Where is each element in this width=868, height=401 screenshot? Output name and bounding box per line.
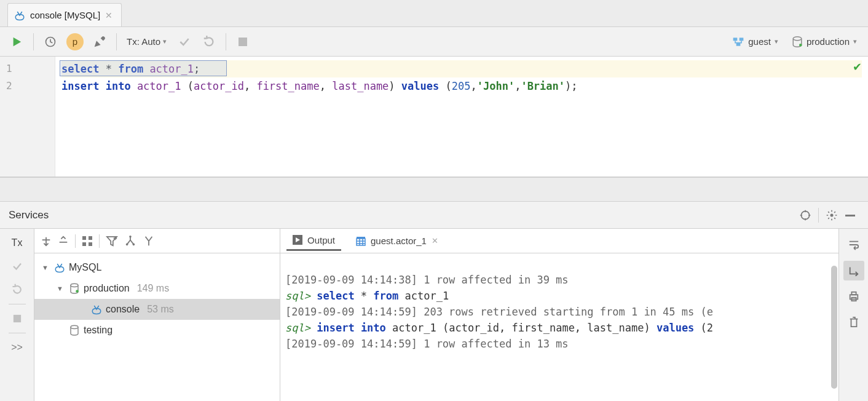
- separator: [116, 33, 117, 50]
- svg-point-20: [71, 325, 78, 328]
- query-toolbar: p Tx: Auto ▾ guest ▾ production ▾: [0, 27, 868, 57]
- svg-point-15: [129, 236, 132, 238]
- editor-tab-label: console [MySQL]: [30, 10, 100, 20]
- chevron-down-icon: ▼: [42, 264, 50, 271]
- output-tabs: Output guest.actor_1 ✕: [280, 229, 838, 253]
- rollback-side-button[interactable]: [6, 280, 28, 299]
- tree-node-production[interactable]: ▼ production 149 ms: [34, 278, 280, 299]
- svg-point-16: [126, 243, 128, 245]
- code-line[interactable]: insert into actor_1 (actor_id, first_nam…: [61, 77, 862, 95]
- output-panel: Output guest.actor_1 ✕ [2019-09-09 14:14…: [280, 229, 868, 401]
- output-tab-output[interactable]: Output: [286, 231, 341, 251]
- close-icon[interactable]: ✕: [432, 236, 438, 245]
- commit-button[interactable]: [174, 31, 195, 52]
- branch-icon[interactable]: [124, 236, 136, 247]
- code-line[interactable]: select * from actor_1;: [61, 60, 862, 77]
- user-selector[interactable]: guest ▾: [727, 36, 783, 47]
- editor-tab-console[interactable]: console [MySQL] ✕: [7, 3, 122, 26]
- stop-side-button[interactable]: [6, 309, 28, 328]
- svg-rect-11: [82, 236, 86, 240]
- database-icon: [69, 325, 80, 336]
- tree-node-mysql[interactable]: ▼ MySQL: [34, 257, 280, 278]
- scrollbar-thumb[interactable]: [831, 266, 837, 389]
- tree-timing: 53 ms: [147, 304, 174, 315]
- svg-rect-12: [89, 236, 92, 240]
- chevron-down-icon: ▾: [853, 38, 857, 46]
- separator: [226, 33, 226, 50]
- tree-label: MySQL: [69, 262, 101, 273]
- schema-label: production: [807, 36, 850, 47]
- editor-gutter: 1 2: [0, 57, 55, 177]
- output-tab-data[interactable]: guest.actor_1 ✕: [350, 232, 444, 250]
- services-panel-body: Tx >> ▼ MySQL: [0, 229, 868, 401]
- tree-label: testing: [84, 325, 112, 336]
- svg-rect-14: [89, 242, 92, 246]
- history-button[interactable]: [40, 31, 61, 52]
- tree-timing: 149 ms: [137, 283, 169, 294]
- run-button[interactable]: [6, 31, 27, 52]
- settings-button[interactable]: [89, 31, 110, 52]
- print-icon[interactable]: [843, 287, 864, 306]
- collapse-all-icon[interactable]: [58, 236, 69, 247]
- chevron-down-icon: ▼: [57, 285, 65, 292]
- tx-side-label[interactable]: Tx: [6, 234, 28, 252]
- svg-rect-1: [239, 38, 247, 46]
- output-tab-label: guest.actor_1: [371, 236, 427, 246]
- user-schema-icon: [732, 36, 744, 47]
- services-side-toolbar: Tx >>: [0, 229, 34, 401]
- separator: [33, 33, 34, 50]
- horizontal-splitter[interactable]: [0, 177, 868, 202]
- tree-node-testing[interactable]: testing: [34, 320, 280, 341]
- svg-rect-10: [13, 315, 20, 322]
- output-run-icon: [293, 235, 302, 245]
- close-icon[interactable]: ✕: [105, 10, 112, 20]
- commit-side-button[interactable]: [6, 257, 28, 276]
- database-icon: [792, 36, 803, 47]
- svg-point-8: [831, 213, 834, 216]
- table-icon: [356, 236, 366, 246]
- sql-console-icon: [91, 304, 102, 315]
- trash-icon[interactable]: [843, 312, 864, 332]
- separator: [818, 208, 819, 223]
- filter-add-icon[interactable]: [106, 236, 118, 247]
- soft-wrap-icon[interactable]: [843, 235, 864, 255]
- services-tree-panel: ▼ MySQL ▼ production 149 ms console 53 m…: [34, 229, 280, 401]
- svg-point-6: [799, 44, 802, 47]
- split-icon[interactable]: [143, 236, 155, 247]
- tree-node-console[interactable]: console 53 ms: [34, 299, 280, 320]
- stop-button[interactable]: [232, 31, 253, 52]
- svg-rect-9: [845, 215, 855, 216]
- expand-all-icon[interactable]: [41, 236, 52, 247]
- svg-point-19: [76, 290, 79, 293]
- svg-point-17: [133, 243, 135, 245]
- rollback-button[interactable]: [199, 31, 219, 52]
- target-icon[interactable]: [796, 206, 815, 224]
- services-tree[interactable]: ▼ MySQL ▼ production 149 ms console 53 m…: [34, 253, 280, 401]
- more-side-button[interactable]: >>: [6, 338, 28, 357]
- user-label: guest: [748, 36, 771, 47]
- scroll-to-end-icon[interactable]: [843, 261, 864, 280]
- svg-point-5: [793, 36, 802, 40]
- output-console[interactable]: [2019-09-09 14:14:38] 1 row affected in …: [280, 253, 838, 401]
- database-icon: [69, 283, 80, 294]
- output-side-toolbar: [838, 229, 868, 401]
- editor-code-area[interactable]: select * from actor_1; insert into actor…: [55, 57, 868, 177]
- chevron-down-icon: ▾: [163, 38, 167, 46]
- line-number: 1: [0, 60, 55, 77]
- services-panel-header: Services: [0, 202, 868, 229]
- output-tab-label: Output: [307, 235, 335, 245]
- gear-icon[interactable]: [823, 206, 841, 224]
- grid-view-icon[interactable]: [82, 236, 93, 247]
- svg-rect-22: [357, 239, 365, 245]
- chevron-down-icon: ▾: [775, 38, 778, 46]
- inspection-ok-icon: ✔: [853, 60, 862, 74]
- tree-label: console: [106, 304, 140, 315]
- tx-mode-dropdown[interactable]: Tx: Auto ▾: [123, 36, 170, 47]
- sql-console-icon: [54, 262, 65, 273]
- sql-editor[interactable]: 1 2 select * from actor_1; insert into a…: [0, 57, 868, 177]
- minimize-icon[interactable]: [841, 206, 859, 224]
- schema-selector[interactable]: production ▾: [787, 36, 862, 47]
- services-tree-toolbar: [34, 229, 280, 253]
- svg-rect-25: [851, 292, 856, 295]
- p-badge[interactable]: p: [65, 31, 85, 52]
